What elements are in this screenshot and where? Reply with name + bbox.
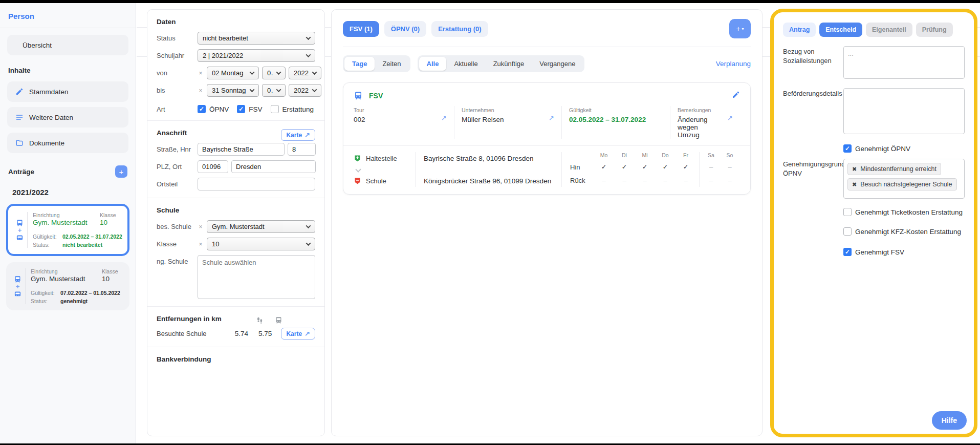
bus-icon (16, 219, 24, 227)
edit-trip-button[interactable] (732, 91, 740, 101)
chevron-down-icon (355, 166, 361, 172)
section-title: Entfernungen in km (157, 315, 222, 323)
checkbox-icon: ✓ (237, 105, 245, 113)
tag-naechstgelegene-schule[interactable]: ✖Besuch nächstgelegener Schule (847, 178, 957, 190)
remove-tag-icon[interactable]: ✖ (852, 166, 857, 173)
hausnummer-input[interactable] (288, 143, 316, 156)
checkbox-icon (843, 227, 852, 236)
befoerderungsdetails-textarea[interactable] (843, 88, 965, 134)
chevron-down-icon (250, 70, 255, 75)
stop-start-icon (354, 154, 361, 162)
verplanung-link[interactable]: Verplanung (716, 60, 751, 68)
checkbox-erstattung[interactable]: Erstattung (271, 105, 314, 113)
main-area: Leitner, Max ↻ Speichern Verwerfen Antra… (137, 3, 980, 443)
segment-alle[interactable]: Alle (419, 57, 447, 71)
tab-antrag[interactable]: Antrag (783, 23, 816, 37)
von-month-select[interactable]: 05 (262, 67, 286, 79)
chevron-down-icon (306, 35, 311, 40)
ortsteil-input[interactable] (198, 178, 315, 190)
sidebar-item-weitere-daten[interactable]: Weitere Daten (7, 107, 128, 128)
status-badge: nicht bearbeitet (62, 242, 102, 248)
section-entfernungen: Entfernungen in km Besuchte Schule 5.74 … (147, 307, 324, 347)
clear-icon[interactable]: × (198, 223, 204, 230)
checkbox-genehmigt-oepnv[interactable]: ✓Genehmigt ÖPNV (843, 144, 910, 153)
bis-day-select[interactable]: 31 Sonntag (207, 84, 259, 97)
external-link-icon[interactable]: ↗ (434, 114, 447, 122)
antrag-year-group: 2021/2022 (0, 178, 136, 201)
checkbox-fsv[interactable]: ✓FSV (237, 105, 262, 113)
add-befoerderung-button[interactable]: + ▾ (729, 19, 751, 38)
sozialleistungen-textarea[interactable]: ... (843, 46, 965, 79)
karte-link-button[interactable]: Karte↗ (281, 328, 315, 340)
unternehmen-value: Müller Reisen (462, 116, 504, 123)
tab-entscheid[interactable]: Entscheid (819, 23, 862, 37)
segment-zeiten[interactable]: Zeiten (375, 57, 408, 71)
bus-icon (354, 91, 363, 100)
chevron-down-icon (312, 87, 317, 92)
footsteps-icon (256, 316, 264, 325)
external-link-icon[interactable]: ↗ (541, 114, 554, 122)
section-title: Schule (157, 206, 315, 214)
plus-icon: + (18, 228, 22, 233)
chevron-down-icon (306, 223, 311, 228)
von-day-select[interactable]: 02 Montag (207, 67, 259, 79)
sidebar-item-uebersicht[interactable]: Übersicht (7, 35, 128, 55)
external-link-icon[interactable]: ↗ (720, 114, 733, 122)
gueltigkeit-value: 02.05.2022 – 31.07.2022 (569, 116, 646, 123)
checkbox-oepnv[interactable]: ✓ÖPNV (198, 105, 229, 113)
checkbox-genehmigt-fsv[interactable]: ✓Genehmigt FSV (843, 248, 904, 256)
status-select[interactable]: nicht bearbeitet (198, 32, 315, 45)
schuljahr-select[interactable]: 2 | 2021/2022 (198, 49, 315, 62)
help-button[interactable]: Hilfe (932, 411, 967, 430)
segment-tage[interactable]: Tage (344, 57, 375, 71)
checkbox-icon: ✓ (843, 144, 852, 153)
segment-aktuelle[interactable]: Aktuelle (446, 57, 485, 71)
strasse-input[interactable] (198, 143, 285, 156)
haltestelle-address: Bayrische Straße 8, 01096 Dresden (424, 152, 553, 164)
segment-zukuenftige[interactable]: Zukünftige (486, 57, 532, 71)
antrag-card[interactable]: + Einrichtung Gym. Musterstadt Klasse 10… (6, 262, 129, 310)
sidebar-section-inhalte: Inhalte (0, 55, 136, 76)
sidebar-title: Person (0, 3, 136, 28)
section-title: Anschrift (157, 129, 187, 137)
tab-erstattung[interactable]: Erstattung (0) (431, 21, 488, 37)
antrag-card-selected[interactable]: + Einrichtung Gym. Musterstadt Klasse 10… (6, 204, 129, 256)
sidebar-item-stammdaten[interactable]: Stammdaten (7, 81, 128, 102)
clear-icon[interactable]: × (198, 87, 204, 94)
tag-mindestentfernung[interactable]: ✖Mindestentfernung erreicht (847, 163, 941, 175)
ng-schule-textarea[interactable] (198, 255, 315, 299)
external-link-icon: ↗ (304, 330, 310, 337)
schule-address: Königsbrücker Straße 96, 01099 Dresden (424, 175, 553, 187)
pencil-icon (15, 88, 24, 96)
tab-fsv[interactable]: FSV (1) (343, 21, 379, 37)
von-year-select[interactable]: 2022 (289, 67, 321, 79)
checkbox-genehmigt-ticketkosten[interactable]: Genehmigt Ticketkosten Erstattung (843, 208, 963, 216)
segment-vergangene[interactable]: Vergangene (532, 57, 583, 71)
plz-input[interactable] (198, 160, 228, 173)
remove-tag-icon[interactable]: ✖ (852, 181, 857, 188)
checkbox-genehmigt-kfz-kosten[interactable]: Genehmigt KFZ-Kosten Erstattung (843, 227, 961, 236)
bis-month-select[interactable]: 07 (262, 84, 286, 97)
klasse-select[interactable]: 10 (207, 238, 315, 250)
ort-input[interactable] (231, 160, 316, 173)
bis-year-select[interactable]: 2022 (289, 84, 321, 97)
entscheid-panel-highlighted: Antrag Entscheid Eigenanteil Prüfung Bez… (770, 9, 977, 437)
list-icon (15, 113, 24, 121)
sidebar-item-dokumente[interactable]: Dokumente (7, 133, 128, 153)
genehmigungsgrund-multiselect[interactable]: ✖Mindestentfernung erreicht ✖Besuch näch… (843, 159, 965, 199)
external-link-icon: ↗ (304, 131, 310, 139)
besuchte-schule-select[interactable]: Gym. Musterstadt (207, 220, 315, 233)
divider (0, 28, 136, 28)
clear-icon[interactable]: × (198, 70, 204, 77)
add-antrag-button[interactable]: + (115, 165, 127, 178)
window-edge-top (0, 0, 980, 3)
karte-link-button[interactable]: Karte↗ (281, 129, 315, 141)
clear-icon[interactable]: × (198, 241, 204, 248)
view-segmented-control: Tage Zeiten (343, 55, 410, 72)
tab-pruefung[interactable]: Prüfung (916, 23, 953, 37)
tab-eigenanteil[interactable]: Eigenanteil (866, 23, 912, 37)
trip-day-grid: Hin Rück Mo✓– Di✓– Mi✓– Do✓– Fr✓– Sa–– S… (561, 152, 740, 187)
tab-oepnv[interactable]: ÖPNV (0) (384, 21, 426, 37)
section-schule: Schule bes. Schule × Gym. Musterstadt Kl… (147, 198, 324, 307)
checkbox-icon (843, 208, 852, 216)
